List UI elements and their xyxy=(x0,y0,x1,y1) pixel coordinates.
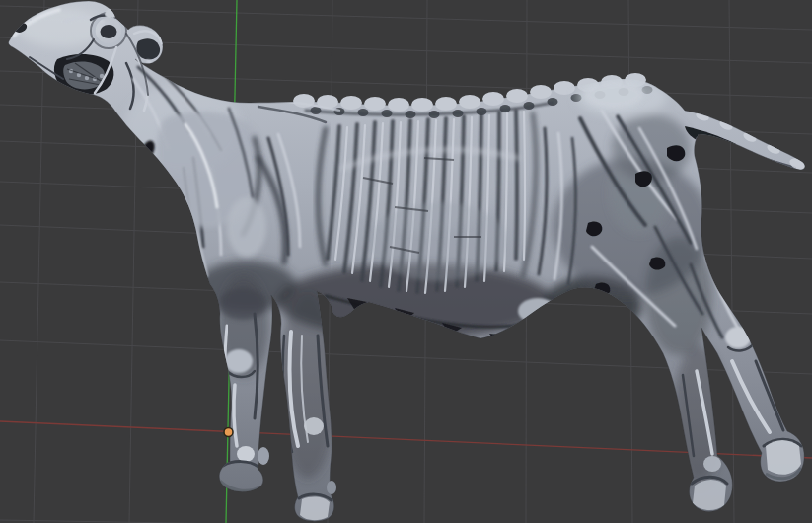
origin-point[interactable] xyxy=(224,428,233,437)
hoof xyxy=(300,497,330,521)
hoof xyxy=(693,480,726,510)
dewclaw xyxy=(327,481,336,494)
dewclaw xyxy=(258,447,269,465)
3d-viewport[interactable] xyxy=(0,0,812,523)
knee xyxy=(225,349,253,373)
hoof xyxy=(766,440,801,475)
viewport-canvas[interactable] xyxy=(0,0,812,523)
